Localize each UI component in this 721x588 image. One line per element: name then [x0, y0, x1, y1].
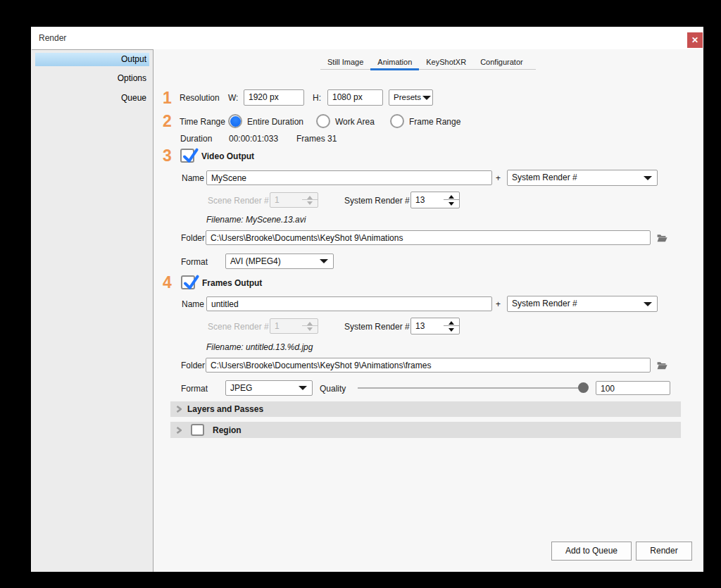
video-plus-label: + — [496, 173, 501, 184]
duration-label: Duration — [180, 133, 212, 144]
height-label: H: — [313, 92, 321, 104]
video-name-input[interactable]: MyScene — [206, 170, 492, 185]
tab-strip: Still Image Animation KeyShotXR Configur… — [320, 55, 536, 70]
frames-folder-input[interactable]: C:\Users\Brooke\Documents\KeyShot 9\Anim… — [206, 358, 651, 373]
frames-folder-browse-icon[interactable] — [657, 361, 667, 370]
video-output-label: Video Output — [201, 151, 254, 162]
video-scene-render-spin-buttons — [302, 193, 318, 207]
frames-filename-label: Filename: untitled.13.%d.jpg — [206, 342, 313, 353]
video-system-render-label: System Render # — [344, 195, 410, 206]
presets-dropdown-label: Presets — [394, 90, 421, 105]
frames-name-label: Name — [182, 299, 204, 310]
frames-system-render-label: System Render # — [344, 321, 410, 332]
video-filename-label: Filename: MyScene.13.avi — [206, 214, 306, 225]
checkmark-icon — [180, 144, 200, 163]
radio-entire-duration[interactable] — [228, 114, 242, 128]
window-title: Render — [39, 27, 66, 49]
quality-label: Quality — [320, 383, 346, 394]
quality-input[interactable]: 100 — [596, 381, 670, 395]
add-to-queue-button[interactable]: Add to Queue — [551, 542, 632, 561]
tab-animation[interactable]: Animation — [370, 55, 419, 69]
spin-up-icon[interactable] — [449, 321, 454, 325]
step-number-4: 4 — [163, 275, 171, 290]
frames-output-label: Frames Output — [202, 277, 262, 289]
spin-up-icon[interactable] — [449, 195, 454, 199]
video-suffix-dropdown-label: System Render # — [512, 170, 577, 185]
frames-scene-render-spinner: 1 — [270, 318, 318, 334]
frames-format-dropdown-arrow-icon — [299, 386, 307, 390]
region-section[interactable]: Region — [170, 422, 681, 438]
video-suffix-dropdown[interactable]: System Render # — [507, 170, 658, 186]
radio-frame-range[interactable] — [390, 114, 404, 128]
title-bar[interactable]: Render ✕ — [31, 27, 703, 49]
video-scene-render-value: 1 — [275, 193, 280, 207]
sidebar: Output Options Queue — [32, 49, 153, 572]
sidebar-item-queue[interactable]: Queue — [35, 92, 149, 105]
frames-system-render-spin-buttons[interactable] — [444, 318, 459, 334]
video-scene-render-label: Scene Render # — [208, 195, 269, 206]
video-format-label: Format — [181, 256, 208, 268]
frames-suffix-dropdown-arrow-icon — [644, 302, 652, 306]
close-button[interactable]: ✕ — [687, 32, 703, 48]
step-number-2: 2 — [163, 113, 171, 129]
tab-still-image[interactable]: Still Image — [320, 55, 370, 69]
video-format-dropdown-arrow-icon — [320, 259, 328, 263]
video-system-render-spin-buttons[interactable] — [444, 192, 459, 208]
width-input[interactable]: 1920 px — [244, 89, 304, 106]
render-button[interactable]: Render — [636, 542, 692, 561]
frames-scene-render-spin-buttons — [302, 319, 318, 333]
layers-and-passes-section[interactable]: Layers and Passes — [170, 401, 681, 417]
checkmark-icon — [181, 271, 201, 289]
resolution-label: Resolution — [180, 92, 220, 104]
frames-scene-render-value: 1 — [275, 319, 280, 333]
video-name-label: Name — [182, 173, 204, 184]
tab-keyshotxr[interactable]: KeyShotXR — [419, 55, 473, 69]
tab-configurator[interactable]: Configurator — [473, 55, 530, 69]
layers-and-passes-label: Layers and Passes — [187, 404, 263, 415]
region-checkbox[interactable] — [191, 424, 204, 436]
frames-suffix-dropdown-label: System Render # — [512, 296, 577, 311]
chevron-right-icon[interactable] — [176, 427, 182, 434]
frames-format-dropdown[interactable]: JPEG — [225, 380, 313, 396]
video-folder-input[interactable]: C:\Users\Brooke\Documents\KeyShot 9\Anim… — [206, 230, 651, 245]
step-number-1: 1 — [163, 90, 171, 106]
frames-label: Frames — [296, 133, 325, 144]
spin-down-icon[interactable] — [449, 202, 454, 206]
quality-slider-knob[interactable] — [578, 382, 589, 393]
radio-selected-dot — [230, 116, 241, 127]
frames-name-input[interactable]: untitled — [206, 296, 492, 311]
frames-format-dropdown-label: JPEG — [230, 381, 252, 396]
frames-suffix-dropdown[interactable]: System Render # — [507, 296, 658, 312]
radio-work-area[interactable] — [316, 114, 330, 128]
frames-format-label: Format — [181, 383, 208, 394]
width-label: W: — [228, 92, 238, 104]
frames-system-render-spinner[interactable]: 13 — [410, 318, 460, 334]
time-range-label: Time Range — [180, 116, 225, 127]
video-folder-label: Folder — [181, 232, 205, 244]
video-folder-browse-icon[interactable] — [657, 234, 667, 242]
chevron-right-icon[interactable] — [176, 406, 182, 413]
spin-up-icon — [307, 196, 313, 199]
frames-folder-label: Folder — [181, 360, 205, 371]
sidebar-item-output[interactable]: Output — [35, 53, 149, 66]
duration-value: 00:00:01:033 — [229, 133, 278, 144]
step-number-3: 3 — [163, 148, 171, 163]
spin-down-icon[interactable] — [449, 328, 454, 332]
presets-dropdown[interactable]: Presets — [389, 89, 433, 106]
video-format-dropdown[interactable]: AVI (MPEG4) — [225, 254, 334, 269]
video-system-render-spinner[interactable]: 13 — [410, 192, 460, 208]
video-system-render-value: 13 — [415, 192, 425, 208]
video-output-checkbox[interactable] — [180, 149, 194, 163]
presets-dropdown-arrow-icon — [422, 96, 431, 100]
video-suffix-dropdown-arrow-icon — [644, 176, 652, 180]
frames-value: 31 — [327, 133, 337, 144]
spin-up-icon — [307, 322, 313, 325]
quality-slider-track[interactable] — [358, 387, 587, 389]
frames-output-checkbox[interactable] — [181, 275, 195, 289]
height-input[interactable]: 1080 px — [327, 89, 383, 106]
spin-down-icon — [307, 327, 313, 331]
frames-system-render-value: 13 — [415, 318, 425, 334]
sidebar-item-options[interactable]: Options — [35, 72, 149, 85]
video-format-dropdown-label: AVI (MPEG4) — [230, 254, 281, 269]
frames-scene-render-label: Scene Render # — [208, 321, 269, 332]
